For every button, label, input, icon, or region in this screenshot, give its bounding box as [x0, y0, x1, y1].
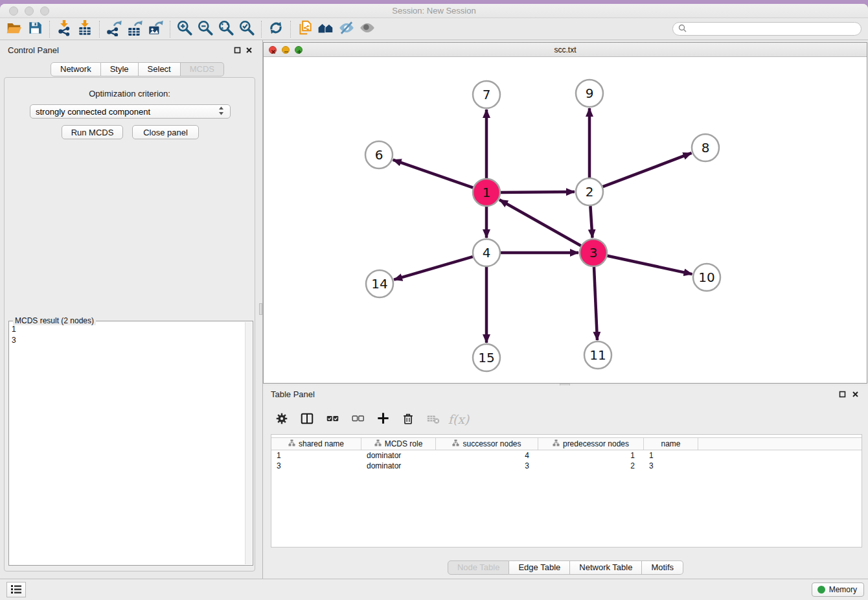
node-2[interactable]: 2: [576, 178, 603, 205]
titlebar: Session: New Session: [0, 4, 868, 18]
column-header-predecessor-nodes[interactable]: predecessor nodes: [538, 438, 644, 450]
show-all-button[interactable]: [357, 20, 378, 38]
cell[interactable]: 3: [271, 461, 361, 471]
table-panel-title: Table Panel: [271, 389, 315, 399]
node-9[interactable]: 9: [576, 80, 603, 107]
close-panel-button[interactable]: Close panel: [132, 125, 199, 139]
settings-gear-button[interactable]: [271, 408, 293, 430]
zoom-selected-icon: [238, 19, 255, 38]
task-history-button[interactable]: [6, 582, 26, 597]
export-network-button[interactable]: [104, 20, 124, 38]
tab-network[interactable]: Network: [51, 62, 101, 76]
save-session-button[interactable]: [25, 20, 45, 38]
table-row[interactable]: 3dominator323: [271, 461, 862, 471]
table-row[interactable]: 1dominator411: [271, 450, 862, 461]
zoom-fit-button[interactable]: [216, 20, 236, 38]
edge-1-2[interactable]: [501, 192, 575, 192]
clear-checkboxes-button[interactable]: [347, 408, 369, 430]
cell[interactable]: 4: [436, 450, 538, 461]
close-table-panel-icon[interactable]: [851, 390, 859, 398]
hide-selected-button[interactable]: [336, 20, 357, 38]
cell[interactable]: 3: [436, 461, 538, 471]
result-scrollbar[interactable]: [245, 322, 252, 564]
cell[interactable]: 1: [644, 450, 698, 461]
tab-network-table[interactable]: Network Table: [570, 560, 642, 575]
node-14[interactable]: 14: [366, 270, 393, 297]
run-mcds-button[interactable]: Run MCDS: [62, 125, 123, 139]
tab-motifs[interactable]: Motifs: [642, 560, 683, 575]
open-session-button[interactable]: [4, 20, 25, 38]
minimize-window-button[interactable]: [25, 6, 34, 16]
node-6[interactable]: 6: [365, 141, 393, 168]
node-1[interactable]: 1: [473, 179, 500, 206]
control-panel: Control Panel NetworkStyleSelectMCDS Opt…: [0, 40, 259, 579]
column-view-button[interactable]: [296, 408, 318, 430]
add-column-button[interactable]: [372, 408, 394, 430]
splitter-grip[interactable]: [259, 303, 262, 315]
export-table-button[interactable]: [124, 20, 145, 38]
toolbar-separator: [170, 21, 170, 38]
close-network-button[interactable]: [269, 46, 277, 54]
select-all-checkboxes-button[interactable]: [321, 408, 343, 430]
edge-2-3[interactable]: [590, 206, 592, 238]
criterion-select[interactable]: strongly connected component: [30, 104, 231, 119]
edge-4-14[interactable]: [394, 257, 473, 280]
edge-3-11[interactable]: [594, 267, 597, 340]
tree-icon: [553, 439, 560, 448]
node-10[interactable]: 10: [693, 264, 720, 291]
network-window-title: scc.txt: [264, 43, 867, 57]
tab-style[interactable]: Style: [101, 62, 139, 76]
memory-button[interactable]: Memory: [812, 583, 864, 597]
close-window-button[interactable]: [9, 6, 18, 16]
status-bar: Memory: [0, 579, 868, 600]
edge-1-6[interactable]: [393, 160, 474, 188]
edge-2-8[interactable]: [603, 153, 692, 187]
float-table-panel-icon[interactable]: [838, 390, 846, 398]
edge-3-1[interactable]: [499, 200, 581, 246]
column-header-MCDS-role[interactable]: MCDS role: [361, 438, 436, 450]
import-network-button[interactable]: [54, 20, 74, 38]
tree-icon: [374, 439, 382, 448]
column-header-name[interactable]: name: [644, 438, 698, 450]
zoom-selected-button[interactable]: [236, 20, 257, 38]
tab-mcds[interactable]: MCDS: [181, 62, 224, 76]
tab-node-table[interactable]: Node Table: [448, 560, 510, 575]
node-3[interactable]: 3: [580, 239, 607, 266]
close-panel-icon[interactable]: [245, 46, 253, 54]
float-panel-icon[interactable]: [233, 46, 241, 54]
delete-column-button[interactable]: [397, 408, 419, 430]
cell[interactable]: 1: [271, 450, 361, 461]
node-4[interactable]: 4: [473, 239, 500, 266]
cell[interactable]: 1: [538, 450, 644, 461]
tree-icon: [288, 439, 295, 448]
node-8[interactable]: 8: [692, 134, 719, 161]
home-layout-button[interactable]: [315, 20, 336, 38]
open-session-icon: [6, 19, 23, 38]
node-11[interactable]: 11: [584, 341, 611, 369]
cell[interactable]: dominator: [361, 450, 436, 461]
cell[interactable]: 2: [538, 461, 644, 471]
search-box[interactable]: [672, 22, 862, 36]
zoom-in-button[interactable]: [174, 20, 195, 38]
cell[interactable]: 3: [644, 461, 698, 471]
search-input[interactable]: [690, 25, 856, 34]
save-session-icon: [27, 19, 43, 38]
edge-3-10[interactable]: [608, 256, 692, 274]
duplicate-network-button[interactable]: [295, 20, 315, 38]
import-table-button[interactable]: [74, 20, 95, 38]
cell[interactable]: dominator: [361, 461, 436, 471]
refresh-button[interactable]: [266, 20, 286, 38]
svg-text:14: 14: [371, 276, 387, 292]
export-image-button[interactable]: [145, 20, 166, 38]
zoom-out-button[interactable]: [195, 20, 216, 38]
column-header-successor-nodes[interactable]: successor nodes: [436, 438, 538, 450]
tab-select[interactable]: Select: [139, 62, 181, 76]
column-header-shared-name[interactable]: shared name: [271, 438, 361, 450]
memory-status-icon: [817, 586, 825, 594]
tab-edge-table[interactable]: Edge Table: [509, 560, 570, 575]
node-15[interactable]: 15: [473, 344, 500, 371]
node-7[interactable]: 7: [473, 81, 500, 108]
zoom-window-button[interactable]: [40, 6, 49, 16]
maximize-network-button[interactable]: [295, 46, 303, 54]
minimize-network-button[interactable]: [282, 46, 290, 54]
